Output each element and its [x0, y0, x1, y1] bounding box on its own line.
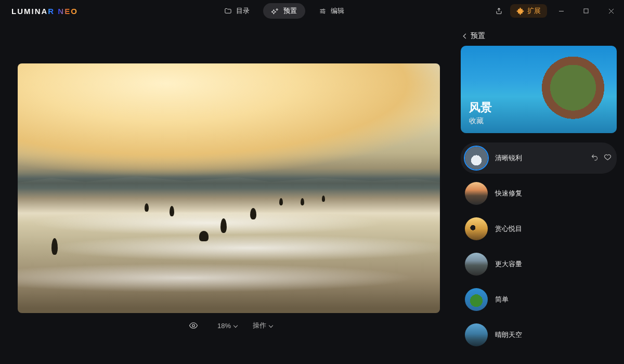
preset-item[interactable]: 简单 — [461, 284, 617, 315]
mode-catalog-label: 目录 — [236, 6, 250, 16]
preset-label: 晴朗天空 — [495, 330, 612, 340]
preset-item[interactable]: 更大容量 — [461, 249, 617, 280]
window-maximize[interactable] — [575, 4, 597, 18]
sliders-icon — [319, 7, 327, 15]
svg-rect-3 — [584, 9, 588, 13]
close-icon — [608, 8, 614, 14]
preset-thumb — [465, 288, 488, 311]
mode-edit-label: 编辑 — [331, 6, 344, 16]
collection-subtitle: 收藏 — [469, 116, 492, 126]
mode-presets-label: 预置 — [283, 6, 297, 16]
window-minimize[interactable] — [550, 4, 572, 18]
preset-label: 更大容量 — [495, 259, 612, 269]
chevron-left-icon — [463, 33, 469, 38]
app-logo: LUMINAR NEO — [11, 7, 78, 16]
svg-point-4 — [192, 324, 195, 327]
extensions-label: 扩展 — [527, 6, 541, 16]
zoom-dropdown[interactable]: 18% — [217, 322, 237, 330]
preset-thumb — [465, 147, 488, 170]
window-close[interactable] — [600, 4, 622, 18]
preset-thumb — [465, 217, 488, 240]
preset-collection-card[interactable]: 风景 收藏 — [461, 46, 617, 133]
mode-catalog[interactable]: 目录 — [216, 3, 258, 19]
eye-icon — [189, 321, 198, 330]
minimize-icon — [558, 8, 564, 14]
maximize-icon — [583, 8, 589, 14]
preset-thumb — [465, 323, 488, 346]
puzzle-icon — [516, 7, 524, 15]
operations-dropdown[interactable]: 操作 — [253, 321, 272, 330]
chevron-down-icon — [233, 323, 238, 328]
sparkle-icon — [271, 7, 279, 15]
share-icon — [495, 7, 503, 15]
svg-point-2 — [323, 12, 324, 13]
preset-label: 快速修复 — [495, 189, 612, 198]
preset-label: 赏心悦目 — [495, 224, 612, 233]
presets-back-button[interactable]: 预置 — [461, 29, 617, 46]
preset-label: 清晰锐利 — [495, 153, 583, 163]
svg-point-1 — [321, 10, 322, 11]
preset-thumb — [465, 182, 488, 205]
chevron-down-icon — [269, 323, 273, 328]
preset-item[interactable]: 晴朗天空 — [461, 319, 617, 350]
folder-icon — [224, 7, 232, 15]
operations-label: 操作 — [253, 321, 266, 330]
toggle-preview-button[interactable] — [185, 318, 202, 333]
mode-presets[interactable]: 预置 — [263, 3, 305, 19]
preset-item[interactable]: 赏心悦目 — [461, 213, 617, 244]
extensions-button[interactable]: 扩展 — [510, 4, 547, 18]
favorite-icon[interactable] — [604, 153, 612, 163]
share-button[interactable] — [490, 4, 507, 18]
preset-item[interactable]: 清晰锐利 — [461, 142, 617, 174]
collection-title: 风景 — [469, 100, 492, 115]
panel-title: 预置 — [471, 31, 485, 41]
undo-icon[interactable] — [591, 153, 599, 163]
preset-thumb — [465, 253, 488, 276]
svg-point-0 — [323, 9, 324, 10]
preset-item[interactable]: 快速修复 — [461, 178, 617, 209]
zoom-value: 18% — [217, 322, 231, 330]
canvas-photo[interactable] — [18, 63, 440, 313]
mode-edit[interactable]: 编辑 — [310, 3, 353, 19]
preset-label: 简单 — [495, 295, 612, 304]
